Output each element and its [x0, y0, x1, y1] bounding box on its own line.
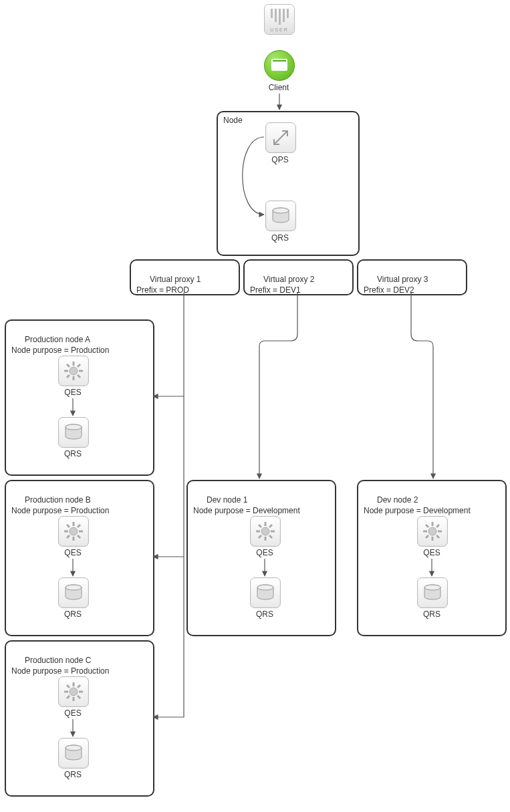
- dev-1-qes-label: QES: [245, 548, 285, 557]
- svg-line-20: [78, 535, 80, 538]
- svg-point-14: [70, 527, 78, 535]
- svg-line-43: [269, 525, 272, 527]
- prod-b-qrs-label: QRS: [53, 610, 93, 619]
- prod-a-qrs-label: QRS: [53, 449, 93, 458]
- svg-point-2: [273, 208, 289, 213]
- prod-a-qes-icon: [58, 356, 89, 386]
- svg-point-3: [70, 367, 78, 375]
- vproxy-2-box: Virtual proxy 2Prefix = DEV1: [243, 259, 354, 295]
- svg-line-19: [67, 525, 70, 527]
- svg-point-47: [428, 527, 436, 535]
- svg-point-25: [70, 688, 78, 696]
- svg-point-46: [257, 585, 273, 590]
- svg-line-8: [67, 364, 70, 367]
- prod-c-qrs-icon: [58, 738, 89, 769]
- svg-line-54: [436, 525, 439, 527]
- qrs-node-label: QRS: [260, 233, 300, 243]
- qps-icon: [265, 122, 296, 153]
- svg-point-24: [66, 585, 82, 590]
- dev-2-qes-icon: [417, 516, 448, 547]
- svg-line-53: [436, 535, 439, 538]
- client-label: Client: [259, 83, 299, 92]
- dev-2-qes-label: QES: [412, 548, 452, 557]
- prod-b-qes-icon: [58, 516, 89, 547]
- svg-line-44: [259, 535, 261, 538]
- prod-b-qes-label: QES: [53, 548, 93, 557]
- user-icon: USER: [264, 4, 295, 35]
- svg-line-52: [426, 525, 428, 527]
- svg-line-32: [78, 685, 80, 688]
- svg-line-55: [426, 535, 428, 538]
- svg-point-13: [66, 424, 82, 430]
- svg-point-35: [66, 745, 82, 751]
- prod-a-qes-label: QES: [53, 388, 93, 397]
- svg-line-21: [78, 525, 80, 527]
- svg-line-33: [67, 696, 70, 698]
- svg-line-31: [78, 696, 80, 698]
- vproxy-3-title: Virtual proxy 3Prefix = DEV2: [364, 263, 428, 306]
- svg-point-57: [424, 585, 440, 590]
- svg-line-11: [67, 375, 70, 378]
- dev-1-qrs-icon: [250, 577, 281, 608]
- qrs-node-icon: [265, 200, 296, 231]
- svg-line-30: [67, 685, 70, 688]
- prod-a-qrs-icon: [58, 417, 89, 448]
- prod-b-qrs-icon: [58, 577, 89, 608]
- dev-node-1-title: Dev node 1Node purpose = Development: [193, 484, 300, 527]
- prod-c-qes-label: QES: [53, 708, 93, 718]
- qps-label: QPS: [260, 155, 300, 164]
- prod-c-qes-icon: [58, 676, 89, 707]
- vproxy-1-box: Virtual proxy 1Prefix = PROD: [130, 259, 240, 295]
- node-title: Node: [223, 115, 243, 126]
- dev-2-qrs-label: QRS: [412, 610, 452, 619]
- dev-1-qes-icon: [250, 516, 281, 547]
- svg-line-10: [78, 364, 80, 367]
- svg-line-9: [78, 375, 80, 378]
- vproxy-3-box: Virtual proxy 3Prefix = DEV2: [357, 259, 467, 295]
- prod-c-qrs-label: QRS: [53, 770, 93, 779]
- svg-line-0: [274, 131, 287, 144]
- svg-line-41: [259, 525, 261, 527]
- dev-1-qrs-label: QRS: [245, 610, 285, 619]
- vproxy-1-title: Virtual proxy 1Prefix = PROD: [136, 263, 201, 306]
- user-label: USER: [270, 27, 288, 32]
- svg-line-42: [269, 535, 272, 538]
- svg-line-22: [67, 535, 70, 538]
- client-icon: [264, 50, 295, 81]
- svg-point-36: [261, 527, 269, 535]
- dev-2-qrs-icon: [417, 577, 448, 608]
- diagram-canvas: USER Client Node QPS QRS Virtual proxy 1…: [0, 0, 510, 812]
- vproxy-2-title: Virtual proxy 2Prefix = DEV1: [250, 263, 315, 306]
